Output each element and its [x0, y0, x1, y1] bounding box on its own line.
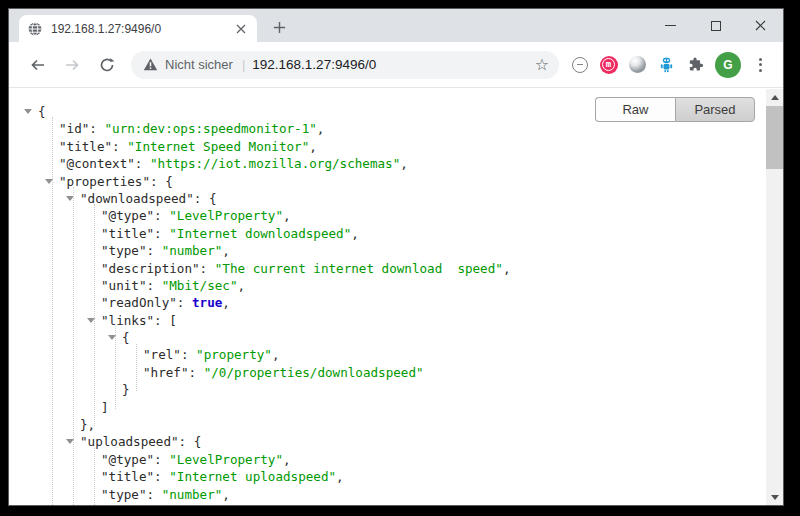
extensions-menu-button[interactable] [681, 50, 710, 79]
reload-icon [99, 57, 115, 73]
json-token: : [200, 261, 215, 276]
triangle-up-icon [771, 95, 779, 100]
json-line: "type": "number", [9, 242, 766, 259]
tab-close-button[interactable] [232, 20, 249, 37]
view-mode-switch: Raw Parsed [595, 97, 755, 122]
collapse-toggle-icon[interactable] [24, 109, 32, 114]
json-token: : [154, 208, 169, 223]
json-token: , [222, 487, 230, 502]
raw-button[interactable]: Raw [595, 97, 675, 122]
json-token: "The current internet download speed" [215, 261, 503, 276]
browser-tab[interactable]: 192.168.1.27:9496/0 [19, 15, 257, 42]
arrow-right-icon [64, 57, 81, 73]
puzzle-icon [687, 56, 704, 73]
json-line: "title": "Internet uploadspeed", [9, 468, 766, 485]
maximize-icon [711, 21, 721, 31]
ring-extension-icon [572, 57, 588, 73]
json-line: "@type": "LevelProperty", [9, 207, 766, 224]
json-line: "links": [ [9, 312, 766, 329]
window-controls [648, 9, 783, 42]
json-line: "href": "/0/properties/downloadspeed" [9, 364, 766, 381]
json-tree: {"id": "urn:dev:ops:speedmonitor-1","tit… [9, 89, 766, 505]
json-token: "The current internet upload speed" [215, 504, 480, 505]
json-token: : [154, 469, 169, 484]
json-token: : [147, 243, 162, 258]
json-token: "@type" [101, 208, 154, 223]
url-text[interactable]: 192.168.1.27:9496/0 [252, 57, 534, 72]
json-token: : { [194, 191, 217, 206]
json-token: "href" [143, 365, 189, 380]
extension-robot-button[interactable] [652, 50, 681, 79]
forward-button[interactable] [58, 51, 86, 79]
minimize-button[interactable] [648, 9, 693, 42]
browser-window: 192.168.1.27:9496/0 [8, 8, 784, 506]
back-button[interactable] [23, 51, 51, 79]
json-token: true [192, 295, 222, 310]
close-window-button[interactable] [738, 9, 783, 42]
json-line: "uploadspeed": { [9, 433, 766, 450]
json-token: "rel" [143, 347, 181, 362]
m-extension-letter: m [602, 58, 615, 71]
tab-title: 192.168.1.27:9496/0 [51, 22, 232, 36]
json-token: : [89, 121, 104, 136]
json-token: , [317, 121, 325, 136]
json-token: , [283, 208, 291, 223]
json-token: : [112, 139, 127, 154]
json-token: : [181, 347, 196, 362]
json-token: "title" [101, 226, 154, 241]
json-line: "unit": "Mbit/sec", [9, 277, 766, 294]
json-token: , [272, 347, 280, 362]
plus-icon [273, 21, 286, 34]
security-status-label[interactable]: Nicht sicher [165, 57, 233, 72]
scrollbar-thumb[interactable] [766, 106, 783, 169]
json-line: "id": "urn:dev:ops:speedmonitor-1", [9, 120, 766, 137]
extension-m-button[interactable]: m [594, 50, 623, 79]
scroll-down-button[interactable] [766, 489, 783, 505]
json-line: "downloadspeed": { [9, 190, 766, 207]
page-content: Raw Parsed {"id": "urn:dev:ops:speedmoni… [9, 89, 783, 505]
json-line: "description": "The current internet upl… [9, 503, 766, 505]
profile-avatar[interactable]: G [715, 52, 741, 78]
json-token: , [351, 226, 359, 241]
json-token: : [154, 452, 169, 467]
extension-sphere-button[interactable] [623, 50, 652, 79]
new-tab-button[interactable] [269, 17, 289, 37]
json-line: "type": "number", [9, 486, 766, 503]
json-token: : [147, 278, 162, 293]
json-line: "title": "Internet Speed Monitor", [9, 138, 766, 155]
maximize-button[interactable] [693, 9, 738, 42]
json-token: "title" [59, 139, 112, 154]
json-line: } [9, 381, 766, 398]
json-token: "@context" [59, 156, 135, 171]
scroll-up-button[interactable] [766, 89, 783, 105]
address-separator: | [242, 57, 245, 72]
globe-favicon-icon [27, 21, 43, 37]
json-token: "Internet Speed Monitor" [127, 139, 309, 154]
arrow-left-icon [29, 57, 46, 73]
reload-button[interactable] [93, 51, 121, 79]
browser-menu-button[interactable] [746, 50, 775, 79]
json-token: , [222, 243, 230, 258]
address-bar[interactable]: Nicht sicher | 192.168.1.27:9496/0 ☆ [131, 51, 559, 79]
json-line: "properties": { [9, 173, 766, 190]
json-token: "Internet uploadspeed" [169, 469, 336, 484]
json-token: , [222, 295, 230, 310]
json-line: "title": "Internet downloadspeed", [9, 225, 766, 242]
json-line: }, [9, 416, 766, 433]
json-token: "links" [101, 313, 154, 328]
json-token: : [189, 365, 204, 380]
json-token: "urn:dev:ops:speedmonitor-1" [105, 121, 317, 136]
vertical-scrollbar[interactable] [766, 89, 783, 505]
bookmark-star-icon[interactable]: ☆ [535, 57, 549, 73]
indent-guide [94, 448, 95, 505]
parsed-button[interactable]: Parsed [675, 97, 755, 122]
json-token: "Mbit/sec" [162, 278, 238, 293]
json-token: "description" [101, 504, 200, 505]
extension-ring-button[interactable] [565, 50, 594, 79]
json-line: ] [9, 399, 766, 416]
json-token: , [238, 278, 246, 293]
kebab-menu-icon [759, 58, 762, 72]
json-token: , [503, 261, 511, 276]
json-token: "description" [101, 261, 200, 276]
json-token: "LevelProperty" [169, 452, 283, 467]
